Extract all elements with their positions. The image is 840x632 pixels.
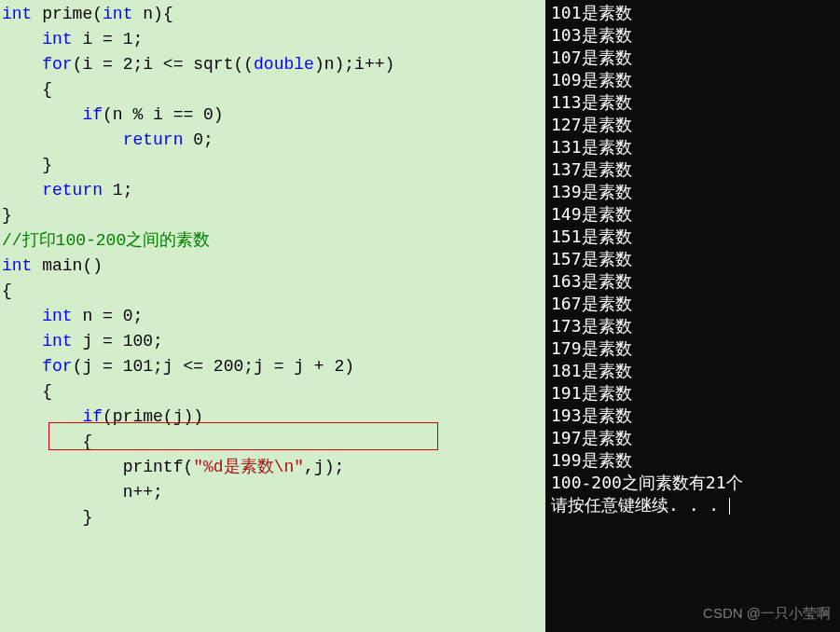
console-line: 100-200之间素数有21个	[551, 472, 834, 494]
console-output-panel[interactable]: 101是素数103是素数107是素数109是素数113是素数127是素数131是…	[545, 0, 840, 632]
code-line: printf("%d是素数\n",j);	[0, 455, 545, 480]
console-line: 163是素数	[551, 270, 834, 293]
code-line: int j = 100;	[0, 329, 545, 354]
code-line: {	[0, 77, 545, 103]
console-content: 101是素数103是素数107是素数109是素数113是素数127是素数131是…	[551, 2, 834, 516]
code-line: }	[0, 203, 545, 228]
console-line: 101是素数	[551, 2, 834, 24]
code-line: {	[0, 379, 545, 405]
code-line: int main()	[0, 254, 545, 279]
console-line: 137是素数	[551, 158, 834, 181]
console-line: 193是素数	[551, 405, 834, 427]
console-line: 109是素数	[551, 69, 834, 91]
console-line: 191是素数	[551, 382, 834, 405]
console-line: 请按任意键继续. . .	[551, 494, 834, 516]
code-line: return 0;	[0, 128, 545, 153]
console-line: 173是素数	[551, 315, 834, 337]
console-line: 113是素数	[551, 91, 834, 114]
console-line: 167是素数	[551, 293, 834, 315]
code-line: n++;	[0, 480, 545, 505]
console-line: 157是素数	[551, 248, 834, 270]
console-line: 103是素数	[551, 24, 834, 47]
code-line: }	[0, 505, 545, 530]
code-line: for(i = 2;i <= sqrt((double)n);i++)	[0, 52, 545, 77]
console-line: 197是素数	[551, 427, 834, 449]
code-highlight-box	[48, 422, 438, 450]
code-line: int prime(int n){	[0, 2, 545, 27]
console-line: 199是素数	[551, 449, 834, 472]
console-line: 151是素数	[551, 226, 834, 248]
code-line: int i = 1;	[0, 27, 545, 52]
code-editor-panel[interactable]: int prime(int n){ int i = 1; for(i = 2;i…	[0, 0, 545, 632]
code-line: for(j = 101;j <= 200;j = j + 2)	[0, 354, 545, 379]
watermark-text: CSDN @一只小莹啊	[703, 602, 831, 625]
code-line: if(n % i == 0)	[0, 103, 545, 128]
code-line: {	[0, 279, 545, 304]
code-content: int prime(int n){ int i = 1; for(i = 2;i…	[0, 2, 545, 530]
console-line: 149是素数	[551, 203, 834, 226]
code-line: //打印100-200之间的素数	[0, 228, 545, 254]
code-line: int n = 0;	[0, 304, 545, 329]
code-line: }	[0, 153, 545, 178]
console-line: 127是素数	[551, 114, 834, 136]
terminal-cursor	[729, 498, 730, 515]
console-line: 179是素数	[551, 337, 834, 360]
console-line: 139是素数	[551, 181, 834, 203]
console-line: 181是素数	[551, 360, 834, 382]
console-line: 131是素数	[551, 136, 834, 158]
console-line: 107是素数	[551, 47, 834, 69]
code-line: return 1;	[0, 178, 545, 203]
